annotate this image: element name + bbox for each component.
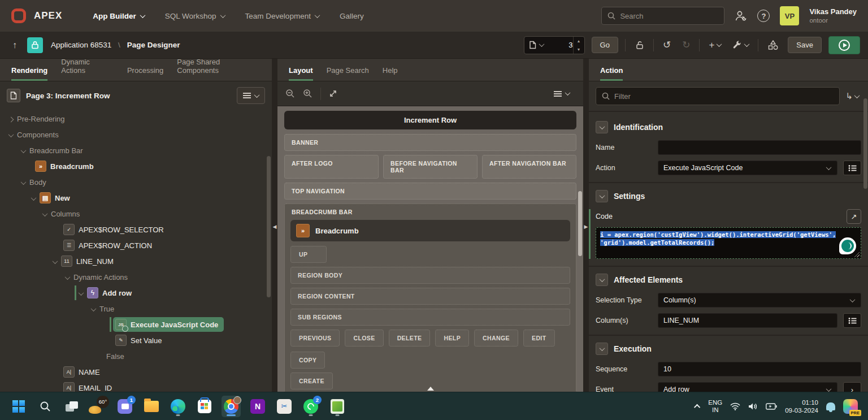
- tree-root-row[interactable]: Page 3: Increment Row: [0, 81, 272, 110]
- event-detail-button[interactable]: ›: [843, 382, 861, 392]
- collapse-section-icon[interactable]: [596, 343, 608, 355]
- tab-help[interactable]: Help: [377, 66, 403, 81]
- global-search-input[interactable]: [620, 12, 710, 20]
- undo-icon[interactable]: ↺: [661, 39, 673, 51]
- task-view-button[interactable]: [62, 396, 81, 417]
- global-search[interactable]: [601, 7, 724, 25]
- tree-item-set-value[interactable]: ✎Set Value: [0, 332, 272, 348]
- layout-menu-button[interactable]: [548, 85, 575, 102]
- avatar[interactable]: VP: [780, 6, 799, 25]
- tree-item-columns[interactable]: Columns: [0, 206, 272, 222]
- account-admin-icon[interactable]: [735, 10, 747, 21]
- slot-button-help[interactable]: HELP: [435, 330, 469, 347]
- language-indicator[interactable]: ENGIN: [708, 399, 722, 414]
- redo-icon[interactable]: ↻: [680, 39, 692, 51]
- snipping-tool-button[interactable]: ✂: [275, 396, 294, 417]
- up-arrow-icon[interactable]: ↑: [8, 40, 21, 50]
- left-splitter[interactable]: ◀: [272, 59, 277, 392]
- nav-gallery[interactable]: Gallery: [332, 6, 372, 26]
- taskbar-search[interactable]: [36, 396, 55, 417]
- app-lock-icon[interactable]: [27, 37, 43, 53]
- event-select[interactable]: Add row: [658, 382, 837, 392]
- whatsapp-button[interactable]: 2: [301, 396, 320, 417]
- tree-menu-button[interactable]: [237, 87, 265, 104]
- tree-item-row-action[interactable]: ☰APEX$ROW_ACTION: [0, 237, 272, 253]
- go-button[interactable]: Go: [592, 37, 618, 53]
- slot-button-delete[interactable]: DELETE: [389, 330, 431, 347]
- step-up[interactable]: ▲: [574, 37, 584, 45]
- left-scrollbar[interactable]: [267, 156, 271, 297]
- tab-processing[interactable]: Processing: [121, 66, 169, 81]
- speaker-icon[interactable]: [748, 402, 758, 410]
- unlock-icon[interactable]: [632, 40, 646, 50]
- sequence-input[interactable]: [658, 362, 861, 376]
- columns-input[interactable]: [658, 313, 837, 328]
- canvas-page-title[interactable]: Increment Row: [284, 111, 576, 129]
- tree-item-email-id[interactable]: A|EMAIL_ID: [0, 380, 272, 392]
- tree-item-name[interactable]: A|NAME: [0, 364, 272, 380]
- battery-icon[interactable]: [766, 403, 777, 410]
- tab-dynamic-actions[interactable]: Dynamic Actions: [55, 59, 119, 81]
- middle-scrollbar[interactable]: [578, 191, 582, 256]
- tree-item-pre-rendering[interactable]: Pre-Rendering: [0, 111, 272, 127]
- tree-item-true[interactable]: True: [0, 301, 272, 317]
- breadcrumb-region-card[interactable]: » Breadcrumb: [290, 220, 570, 241]
- teams-chat-button[interactable]: 1: [115, 396, 134, 417]
- widgets-weather-button[interactable]: 60°: [89, 396, 108, 417]
- notification-bell-icon[interactable]: [826, 402, 835, 410]
- notepad-plus-button[interactable]: [328, 396, 347, 417]
- page-finder-button[interactable]: [524, 37, 548, 54]
- right-splitter[interactable]: ▶: [583, 59, 589, 392]
- tab-action[interactable]: Action: [594, 66, 628, 81]
- open-code-editor-icon[interactable]: ↗: [847, 209, 861, 224]
- layout-slot-before-nav[interactable]: BEFORE NAVIGATION BAR: [383, 155, 478, 179]
- tab-rendering[interactable]: Rendering: [6, 66, 53, 81]
- collapse-left-icon[interactable]: ◀: [272, 219, 277, 234]
- slot-button-copy[interactable]: COPY: [290, 352, 325, 369]
- collapse-section-icon[interactable]: [596, 274, 608, 286]
- tree-item-execute-js[interactable]: JSExecute JavaScript Code: [0, 317, 272, 332]
- slot-up[interactable]: UP: [290, 246, 327, 263]
- start-button[interactable]: [9, 396, 28, 417]
- selection-type-select[interactable]: Column(s): [658, 293, 861, 308]
- help-icon[interactable]: ?: [757, 10, 770, 22]
- tree-item-add-row[interactable]: ϟAdd row: [0, 285, 272, 301]
- layout-slot-top-navigation[interactable]: TOP NAVIGATION: [284, 183, 576, 200]
- breadcrumb-bar-slot[interactable]: BREADCRUMB BAR » Breadcrumb UP REGION BO…: [284, 203, 576, 392]
- tree-item-breadcrumb[interactable]: »Breadcrumb: [0, 158, 272, 174]
- copilot-icon[interactable]: PRE: [843, 399, 858, 414]
- slot-sub-regions[interactable]: SUB REGIONS: [290, 309, 570, 326]
- slot-region-content[interactable]: REGION CONTENT: [290, 288, 570, 305]
- resize-handle[interactable]: [854, 252, 860, 257]
- go-to-group-icon[interactable]: ↳: [845, 91, 861, 101]
- slot-button-previous[interactable]: PREVIOUS: [290, 330, 340, 347]
- tree-item-row-selector[interactable]: ✓APEX$ROW_SELECTOR: [0, 222, 272, 237]
- code-textarea[interactable]: i = apex.region('custIgView').widget().i…: [596, 227, 861, 259]
- bottom-splitter-handle[interactable]: [427, 387, 434, 391]
- run-page-button[interactable]: [828, 36, 860, 54]
- tray-expand-icon[interactable]: [694, 404, 700, 410]
- collapse-right-icon[interactable]: ▶: [583, 219, 589, 234]
- collapse-section-icon[interactable]: [596, 121, 608, 133]
- tree-item-false[interactable]: False: [0, 348, 272, 364]
- right-scrollbar[interactable]: [863, 111, 867, 189]
- slot-button-change[interactable]: CHANGE: [474, 330, 518, 347]
- columns-list-button[interactable]: [843, 313, 861, 328]
- application-label[interactable]: Application 68531: [51, 41, 111, 49]
- chrome-button[interactable]: [222, 396, 241, 417]
- slot-create[interactable]: CREATE: [290, 373, 333, 389]
- slot-button-edit[interactable]: EDIT: [523, 330, 555, 347]
- step-down[interactable]: ▼: [574, 45, 584, 54]
- microsoft-store-button[interactable]: [195, 396, 214, 417]
- layout-slot-banner[interactable]: BANNER: [284, 134, 576, 151]
- tree-item-breadcrumb-bar[interactable]: Breadcrumb Bar: [0, 142, 272, 158]
- utilities-wrench-menu[interactable]: [730, 40, 751, 50]
- page-selector[interactable]: ▲▼: [524, 36, 585, 54]
- nav-sql-workshop[interactable]: SQL Workshop: [157, 6, 233, 26]
- layout-slot-after-nav[interactable]: AFTER NAVIGATION BAR: [482, 155, 576, 179]
- zoom-out-icon[interactable]: [285, 89, 295, 98]
- nav-app-builder[interactable]: App Builder: [85, 6, 153, 26]
- slot-button-close[interactable]: CLOSE: [345, 330, 383, 347]
- file-explorer-button[interactable]: [142, 396, 161, 417]
- name-input[interactable]: [658, 140, 861, 155]
